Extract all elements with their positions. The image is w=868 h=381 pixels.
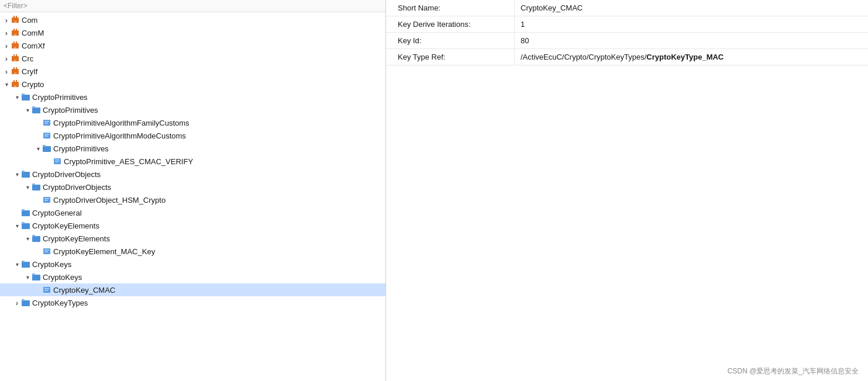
- toggle-collapse-cryptokeyelem-group[interactable]: ▾: [13, 221, 21, 230]
- svg-rect-10: [16, 41, 17, 44]
- toggle-collapse-cryptoprimitives-inner2[interactable]: ▾: [34, 144, 42, 153]
- tree-item-com[interactable]: › Com: [0, 13, 385, 26]
- prop-value-bold-3: CryptoKeyType_MAC: [646, 53, 724, 61]
- svg-rect-31: [44, 121, 49, 122]
- tree-item-comxf[interactable]: › ComXf: [0, 39, 385, 52]
- blue-item-icon: [42, 118, 51, 127]
- tree-label-cryptoprimitivealgorithmmodecustoms: CryptoPrimitiveAlgorithmModeCustoms: [53, 131, 186, 140]
- toggle-expand-cryif[interactable]: ›: [2, 67, 11, 75]
- tree-label-cryptokeys-inner: CryptoKeys: [43, 273, 82, 282]
- prop-row-0: Short Name:CryptoKey_CMAC: [386, 0, 868, 16]
- svg-rect-49: [44, 198, 49, 199]
- prop-value-0[interactable]: CryptoKey_CMAC: [515, 0, 868, 16]
- tree-label-cryptokeytypes: CryptoKeyTypes: [32, 299, 88, 307]
- svg-rect-19: [14, 72, 16, 74]
- svg-rect-68: [32, 273, 35, 275]
- tree-item-cryptokeys-group[interactable]: ▾ CryptoKeys: [0, 258, 385, 271]
- svg-rect-18: [16, 67, 17, 70]
- toggle-collapse-cryptokeys-inner[interactable]: ▾: [23, 273, 32, 281]
- prop-value-prefix-3: /ActiveEcuC/Crypto/CryptoKeyTypes/: [521, 53, 646, 61]
- svg-rect-29: [32, 106, 35, 108]
- prop-row-3: Key Type Ref:/ActiveEcuC/Crypto/CryptoKe…: [386, 49, 868, 65]
- tree-item-cryptodriverobjects-group[interactable]: ▾ CryptoDriverObjects: [0, 168, 385, 181]
- orange-plug-icon: [11, 15, 20, 25]
- tree-item-cryif[interactable]: › CryIf: [0, 65, 385, 78]
- svg-rect-47: [32, 183, 35, 185]
- tree-item-cryptoprimitive-aes[interactable]: CryptoPrimitive_AES_CMAC_VERIFY: [0, 155, 385, 168]
- svg-rect-44: [22, 171, 25, 172]
- tree-item-crypto[interactable]: ▾ Crypto: [0, 78, 385, 91]
- toggle-collapse-crypto[interactable]: ▾: [2, 80, 11, 88]
- tree-item-crc[interactable]: › Crc: [0, 52, 385, 65]
- tree-label-cryptodriverobjects-inner: CryptoDriverObjects: [43, 183, 111, 192]
- svg-rect-2: [16, 16, 17, 18]
- tree-item-cryptogeneral[interactable]: CryptoGeneral: [0, 206, 385, 219]
- tree-label-cryptokeyelem-group: CryptoKeyElements: [32, 221, 99, 230]
- svg-rect-5: [13, 29, 15, 31]
- svg-rect-34: [44, 134, 49, 135]
- filter-bar[interactable]: <Filter>: [0, 0, 385, 12]
- blue-folder-icon: [32, 272, 41, 282]
- tree-root: › Com› ComM› ComXf› Crc› CryIf▾: [0, 13, 385, 309]
- orange-plug-icon: [11, 28, 20, 37]
- blue-item-icon: [42, 247, 51, 256]
- tree-item-cryptoprimitivealgorithmfamilycustoms[interactable]: CryptoPrimitiveAlgorithmFamilyCustoms: [0, 116, 385, 129]
- tree-item-cryptokeys-inner[interactable]: ▾ CryptoKeys: [0, 271, 385, 283]
- tree-item-cryptokeytypes[interactable]: › CryptoKeyTypes: [0, 296, 385, 309]
- svg-rect-70: [44, 288, 49, 289]
- toggle-collapse-cryptokeys-group[interactable]: ▾: [13, 260, 21, 268]
- toggle-expand-crc[interactable]: ›: [2, 54, 11, 63]
- tree-item-cryptoprimitivealgorithmmodecustoms[interactable]: CryptoPrimitiveAlgorithmModeCustoms: [0, 129, 385, 142]
- tree-item-cryptoprimitives-inner[interactable]: ▾ CryptoPrimitives: [0, 103, 385, 116]
- toggle-collapse-cryptoprimitives-group[interactable]: ▾: [13, 93, 21, 101]
- tree-label-cryptoprimitives-inner: CryptoPrimitives: [43, 106, 98, 115]
- right-panel: Short Name:CryptoKey_CMACKey Derive Iter…: [386, 0, 868, 381]
- filter-placeholder: <Filter>: [4, 2, 27, 10]
- tree-item-cryptokey-cmac[interactable]: CryptoKey_CMAC: [0, 283, 385, 296]
- tree-item-cryptodriverobjects-inner[interactable]: ▾ CryptoDriverObjects: [0, 181, 385, 193]
- toggle-expand-cryptokeytypes[interactable]: ›: [13, 299, 21, 307]
- toggle-collapse-cryptodriverobjects-inner[interactable]: ▾: [23, 183, 32, 191]
- orange-plug-icon: [11, 67, 20, 76]
- prop-label-2: Key Id:: [386, 33, 515, 49]
- svg-rect-11: [14, 47, 16, 49]
- prop-value-3[interactable]: /ActiveEcuC/Crypto/CryptoKeyTypes/Crypto…: [515, 49, 868, 65]
- svg-rect-14: [16, 54, 17, 57]
- blue-item-icon: [42, 195, 51, 205]
- tree-item-cryptokeyelem-inner[interactable]: ▾ CryptoKeyElements: [0, 232, 385, 245]
- tree-label-cryptoprimitives-inner2: CryptoPrimitives: [53, 144, 109, 153]
- toggle-expand-com[interactable]: ›: [2, 16, 11, 24]
- blue-folder-icon: [21, 169, 30, 179]
- tree-label-cryptodriverobjects-group: CryptoDriverObjects: [32, 170, 101, 179]
- tree-item-cryptoprimitives-group[interactable]: ▾ CryptoPrimitives: [0, 91, 385, 103]
- prop-label-3: Key Type Ref:: [386, 49, 515, 65]
- blue-folder-icon: [21, 259, 30, 269]
- prop-row-2: Key Id:80: [386, 33, 868, 49]
- toggle-expand-comm[interactable]: ›: [2, 29, 11, 37]
- tree-item-comm[interactable]: › ComM: [0, 26, 385, 39]
- tree-item-cryptoprimitives-inner2[interactable]: ▾ CryptoPrimitives: [0, 142, 385, 155]
- tree-label-cryptodriverobject-hsm: CryptoDriverObject_HSM_Crypto: [53, 196, 166, 205]
- properties-table: Short Name:CryptoKey_CMACKey Derive Iter…: [386, 0, 868, 65]
- tree-label-cryptogeneral: CryptoGeneral: [32, 209, 82, 217]
- tree-item-cryptodriverobject-hsm[interactable]: CryptoDriverObject_HSM_Crypto: [0, 193, 385, 206]
- prop-value-2[interactable]: 80: [515, 33, 868, 49]
- svg-rect-74: [22, 299, 25, 301]
- tree-item-cryptokeyelem-group[interactable]: ▾ CryptoKeyElements: [0, 219, 385, 232]
- orange-plug-icon: [11, 79, 20, 89]
- toggle-collapse-cryptokeyelem-inner[interactable]: ▾: [23, 234, 32, 243]
- blue-item-icon: [42, 131, 51, 140]
- svg-rect-23: [14, 85, 16, 87]
- tree-label-cryptokeys-group: CryptoKeys: [32, 260, 71, 269]
- svg-rect-71: [44, 290, 48, 291]
- tree-container[interactable]: › Com› ComM› ComXf› Crc› CryIf▾: [0, 12, 385, 381]
- tree-item-cryptokeyelement-mac[interactable]: CryptoKeyElement_MAC_Key: [0, 245, 385, 258]
- blue-folder-icon: [21, 92, 30, 102]
- toggle-collapse-cryptodriverobjects-group[interactable]: ▾: [13, 170, 21, 178]
- toggle-expand-comxf[interactable]: ›: [2, 41, 11, 50]
- svg-rect-38: [43, 145, 46, 147]
- tree-label-cryptokey-cmac: CryptoKey_CMAC: [53, 286, 115, 295]
- toggle-collapse-cryptoprimitives-inner[interactable]: ▾: [23, 106, 32, 114]
- prop-value-1[interactable]: 1: [515, 16, 868, 32]
- svg-rect-56: [22, 222, 25, 224]
